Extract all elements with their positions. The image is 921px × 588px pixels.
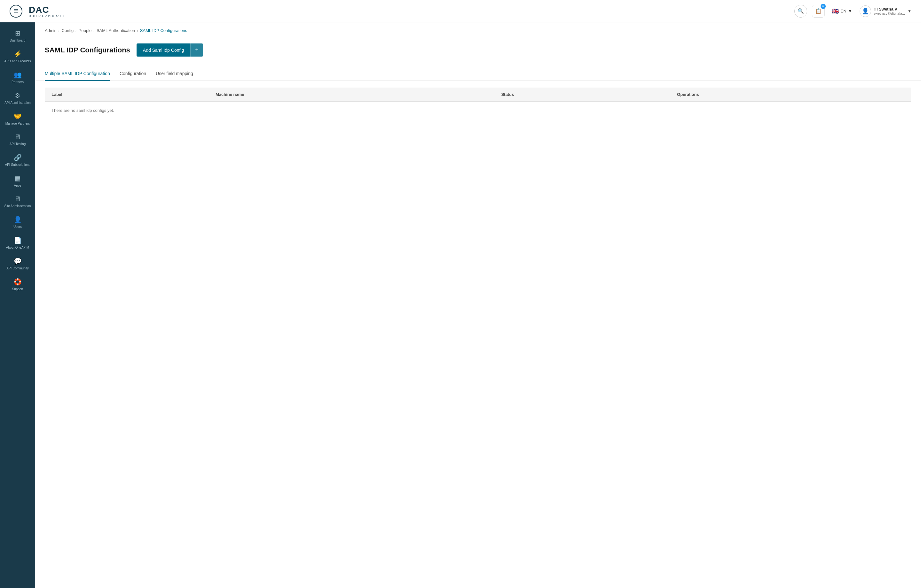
add-saml-idp-config-button[interactable]: Add Saml Idp Config + xyxy=(137,44,203,57)
users-icon: 👤 xyxy=(14,216,22,223)
sidebar-item-label: API Administration xyxy=(5,101,31,105)
sidebar-item-manage-partners[interactable]: 🤝 Manage Partners xyxy=(0,109,35,130)
lang-chevron-icon: ▼ xyxy=(848,9,852,13)
lang-code: EN xyxy=(841,9,846,13)
notification-badge: 0 xyxy=(820,4,826,9)
sidebar-item-support[interactable]: 🛟 Support xyxy=(0,274,35,295)
language-selector[interactable]: 🇬🇧 EN ▼ xyxy=(830,6,855,16)
sidebar-item-label: Manage Partners xyxy=(5,122,30,125)
breadcrumb-saml-auth[interactable]: SAML Authentication xyxy=(97,28,135,33)
table-body: There are no saml idp configs yet. xyxy=(45,102,911,120)
search-button[interactable]: 🔍 xyxy=(794,5,807,18)
tab-configuration-label: Configuration xyxy=(120,71,146,76)
sidebar-item-api-subscriptions[interactable]: 🔗 API Subscriptions xyxy=(0,150,35,171)
column-header-label: Label xyxy=(45,88,209,102)
sidebar-item-apps[interactable]: ▦ Apps xyxy=(0,171,35,192)
main-layout: ⊞ Dashboard ⚡ APIs and Products 👥 Partne… xyxy=(0,23,921,588)
logo-sub: DIGITAL APICRAFT xyxy=(29,15,65,18)
dashboard-icon: ⊞ xyxy=(15,29,21,37)
hamburger-icon: ☰ xyxy=(13,8,18,15)
add-button-plus-icon: + xyxy=(190,44,203,57)
notification-icon: 📋 xyxy=(815,8,822,14)
header-left: ☰ DAC DIGITAL APICRAFT xyxy=(10,5,65,18)
logo-text: DAC xyxy=(29,5,65,15)
tab-multiple-saml-idp-label: Multiple SAML IDP Configuration xyxy=(45,71,110,76)
sidebar-item-apis-products[interactable]: ⚡ APIs and Products xyxy=(0,46,35,67)
sidebar-item-label: API Community xyxy=(7,266,28,270)
partners-icon: 👥 xyxy=(14,71,22,79)
sidebar-item-label: Site Administration xyxy=(5,204,31,208)
user-info: Hi Swetha V swetha.v@digitala... xyxy=(874,7,905,15)
table-header-row: Label Machine name Status Operations xyxy=(45,88,911,102)
logo-area: DAC DIGITAL APICRAFT xyxy=(29,5,65,18)
column-header-operations: Operations xyxy=(670,88,911,102)
user-name: Hi Swetha V xyxy=(874,7,905,11)
api-subscriptions-icon: 🔗 xyxy=(14,154,22,161)
sidebar-item-label: About OneAPIM xyxy=(6,245,29,250)
api-community-icon: 💬 xyxy=(14,257,22,265)
breadcrumb-config[interactable]: Config xyxy=(62,28,74,33)
breadcrumb-sep-2: › xyxy=(75,29,77,32)
sidebar-item-dashboard[interactable]: ⊞ Dashboard xyxy=(0,26,35,46)
tab-multiple-saml-idp[interactable]: Multiple SAML IDP Configuration xyxy=(45,67,110,81)
api-administration-icon: ⚙ xyxy=(15,92,21,99)
sidebar-item-site-administration[interactable]: 🖥 Site Administration xyxy=(0,192,35,212)
table-header: Label Machine name Status Operations xyxy=(45,88,911,102)
user-chevron-icon: ▼ xyxy=(908,9,911,13)
page-title: SAML IDP Configurations xyxy=(45,46,130,54)
manage-partners-icon: 🤝 xyxy=(14,112,22,120)
sidebar-item-label: Support xyxy=(12,287,23,291)
flag-icon: 🇬🇧 xyxy=(832,8,839,15)
avatar: 👤 xyxy=(859,5,871,17)
breadcrumb-sep-4: › xyxy=(137,29,138,32)
page-header: SAML IDP Configurations Add Saml Idp Con… xyxy=(35,37,921,63)
sidebar-item-api-testing[interactable]: 🖥 API Testing xyxy=(0,130,35,150)
empty-state-message: There are no saml idp configs yet. xyxy=(45,102,911,120)
sidebar-item-label: API Subscriptions xyxy=(5,162,30,167)
column-header-machine-name: Machine name xyxy=(209,88,495,102)
sidebar-item-label: APIs and Products xyxy=(5,59,31,63)
table-container: Label Machine name Status Operations The… xyxy=(35,81,921,126)
sidebar-item-about-oneapim[interactable]: 📄 About OneAPIM xyxy=(0,233,35,253)
tab-user-field-mapping-label: User field mapping xyxy=(156,71,193,76)
saml-idp-table: Label Machine name Status Operations The… xyxy=(45,87,911,120)
content-area: Admin › Config › People › SAML Authentic… xyxy=(35,23,921,588)
breadcrumb-people[interactable]: People xyxy=(79,28,91,33)
breadcrumb-sep-3: › xyxy=(93,29,94,32)
sidebar-item-label: Partners xyxy=(11,80,24,84)
menu-toggle-button[interactable]: ☰ xyxy=(10,5,23,18)
sidebar-item-label: Apps xyxy=(14,184,21,188)
about-oneapim-icon: 📄 xyxy=(14,237,22,244)
breadcrumb: Admin › Config › People › SAML Authentic… xyxy=(35,23,921,37)
sidebar-item-partners[interactable]: 👥 Partners xyxy=(0,67,35,88)
sidebar-item-api-administration[interactable]: ⚙ API Administration xyxy=(0,88,35,109)
sidebar-item-label: Dashboard xyxy=(10,38,26,42)
notification-button[interactable]: 📋 0 xyxy=(812,5,825,18)
breadcrumb-admin[interactable]: Admin xyxy=(45,28,57,33)
sidebar: ⊞ Dashboard ⚡ APIs and Products 👥 Partne… xyxy=(0,23,35,588)
tab-configuration[interactable]: Configuration xyxy=(120,67,146,81)
site-administration-icon: 🖥 xyxy=(15,195,21,203)
apps-icon: ▦ xyxy=(15,174,21,182)
column-header-status: Status xyxy=(495,88,670,102)
support-icon: 🛟 xyxy=(14,278,22,286)
empty-state-row: There are no saml idp configs yet. xyxy=(45,102,911,120)
header: ☰ DAC DIGITAL APICRAFT 🔍 📋 0 🇬🇧 EN ▼ 👤 H… xyxy=(0,0,921,23)
apis-products-icon: ⚡ xyxy=(14,50,22,58)
header-right: 🔍 📋 0 🇬🇧 EN ▼ 👤 Hi Swetha V swetha.v@dig… xyxy=(794,5,911,18)
user-menu[interactable]: 👤 Hi Swetha V swetha.v@digitala... ▼ xyxy=(859,5,912,17)
user-email: swetha.v@digitala... xyxy=(874,11,905,15)
tab-user-field-mapping[interactable]: User field mapping xyxy=(156,67,193,81)
tabs-bar: Multiple SAML IDP Configuration Configur… xyxy=(35,67,921,81)
search-icon: 🔍 xyxy=(797,8,804,14)
sidebar-item-api-community[interactable]: 💬 API Community xyxy=(0,253,35,274)
sidebar-item-users[interactable]: 👤 Users xyxy=(0,212,35,233)
content-inner: Admin › Config › People › SAML Authentic… xyxy=(35,23,921,588)
add-button-label: Add Saml Idp Config xyxy=(137,44,190,56)
breadcrumb-sep-1: › xyxy=(59,29,60,32)
api-testing-icon: 🖥 xyxy=(15,133,21,141)
sidebar-item-label: API Testing xyxy=(10,142,26,146)
sidebar-item-label: Users xyxy=(13,225,22,229)
breadcrumb-saml-idp[interactable]: SAML IDP Configurations xyxy=(140,28,187,33)
